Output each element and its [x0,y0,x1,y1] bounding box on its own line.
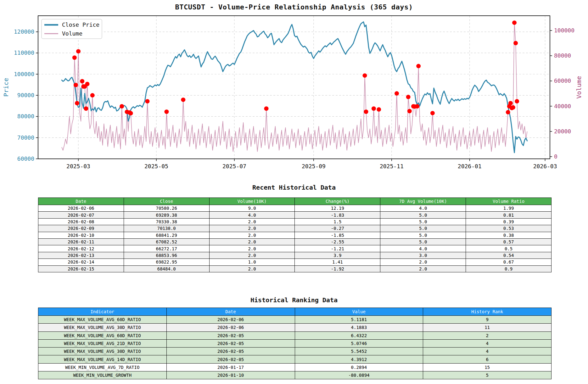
table-cell: 12.19 [295,205,380,212]
table-cell: 0.38 [466,232,552,238]
column-header: Volume(10K) [209,198,295,205]
anomaly-dot [181,97,185,102]
anomaly-dot [506,110,510,114]
table-cell: 2.0 [209,265,295,272]
x-tick-label: 2026-03 [533,163,557,170]
table-cell: 2026-02-06 [166,324,295,331]
table-header-row: DateCloseVolume(10K)Change(%)7D Avg Volu… [38,198,552,205]
table-cell: -1.21 [295,245,380,252]
anomaly-dot [80,79,84,83]
anomaly-dot [164,109,169,114]
table-cell: 67082.52 [124,238,209,245]
anomaly-dot [395,91,399,96]
x-tick-label: 2025-11 [380,163,404,170]
legend-label: Volume [62,30,82,37]
right-tick-label: 60000 [554,77,571,84]
column-header: Date [166,308,295,316]
table-cell: 2026-02-06 [166,316,295,324]
table-cell: 0.5 [466,245,552,252]
recent-data-table: DateCloseVolume(10K)Change(%)7D Avg Volu… [38,198,552,272]
table-cell: 1.5 [295,218,380,225]
table-cell: 9.0 [209,205,295,212]
table-cell: 68841.29 [124,232,209,238]
table-cell: 2026-02-05 [166,348,295,355]
ranking-table-title: Historical Ranking Data [0,296,588,304]
table-cell: 5.1181 [295,316,423,324]
anomaly-dot [84,106,88,111]
table-cell: 2026-02-05 [166,331,295,339]
table-row: 2026-02-1568484.02.0-1.922.00.9 [38,265,552,272]
anomaly-dot [90,93,95,97]
anomaly-dot [407,109,412,113]
table-row: WEEK_MIN_VOLUME_GROWTH2026-01-10-80.0894… [38,371,552,379]
table-cell: 70330.38 [124,218,209,225]
anomaly-dot [72,55,77,60]
table-cell: 2.0 [209,238,295,245]
left-tick-label: 90000 [17,92,34,98]
table-row: 2026-02-1266272.172.0-1.214.00.5 [38,245,552,252]
table-cell: 4.3912 [295,355,423,363]
table-cell: 69822.95 [124,259,209,265]
table-row: WEEK_MAX_VOLUME_AVG_21D_RATIO2026-02-055… [38,339,552,347]
right-tick-label: 80000 [554,52,571,59]
table-cell: 68853.96 [124,252,209,259]
table-cell: 0.2894 [295,363,423,371]
table-cell: 2026-02-05 [166,355,295,363]
table-cell: 0.57 [466,238,552,245]
table-cell: 9 [423,316,552,324]
table-cell: -1.83 [295,212,380,218]
table-cell: 4.0 [380,205,466,212]
table-cell: -80.0894 [295,371,423,379]
table-cell: 2.0 [209,232,295,238]
table-row: 2026-02-0769289.384.0-1.835.00.81 [38,212,552,218]
table-cell: 0.9 [466,265,552,272]
price-volume-chart: 6000070000800009000010000011000012000002… [0,0,588,179]
table-cell: 5.0746 [295,339,423,347]
column-header: History Rank [423,308,552,316]
table-row: 2026-02-0970138.02.0-0.275.00.53 [38,225,552,232]
anomaly-dot [508,101,513,105]
table-cell: WEEK_MIN_VOLUME_AVG_7D_RATIO [38,363,167,371]
table-cell: 2026-02-13 [38,252,124,259]
right-tick-label: 40000 [554,103,571,109]
table-row: 2026-02-1368853.962.03.93.00.54 [38,252,552,259]
table-cell: 4.0 [209,212,295,218]
anomaly-dot [513,41,518,45]
left-tick-label: 120000 [14,28,34,35]
table-cell: 5.0 [380,232,466,238]
table-cell: WEEK_MAX_VOLUME_AVG_60D_RATIO [38,316,167,324]
column-header: Value [295,308,423,316]
left-tick-label: 60000 [17,155,34,162]
table-row: WEEK_MIN_VOLUME_AVG_7D_RATIO2026-01-170.… [38,363,552,371]
table-cell: 66272.17 [124,245,209,252]
anomaly-dot [120,104,124,109]
table-cell: 5.5452 [295,348,423,355]
table-cell: WEEK_MAX_VOLUME_AVG_30D_RATIO [38,324,167,331]
table-cell: 2026-02-15 [38,265,124,272]
table-cell: 69289.38 [124,212,209,218]
table-cell: 0.81 [466,212,552,218]
anomaly-dot [511,105,515,110]
table-cell: 70580.26 [124,205,209,212]
table-cell: 5.0 [380,225,466,232]
table-cell: 0.53 [466,225,552,232]
table-row: WEEK_MAX_VOLUME_AVG_30D_RATIO2026-02-064… [38,324,552,331]
column-header: Change(%) [295,198,380,205]
table-cell: 2026-01-17 [166,363,295,371]
table-cell: 2 [423,331,552,339]
table-row: WEEK_MAX_VOLUME_AVG_60D_RATIO2026-02-065… [38,316,552,324]
table-cell: 2.0 [209,252,295,259]
left-tick-label: 110000 [14,49,34,56]
anomaly-dot [74,83,78,87]
x-tick-label: 2025-09 [302,163,326,170]
anomaly-dot [512,20,517,25]
table-cell: 5.0 [380,218,466,225]
anomaly-dot [264,106,269,111]
table-cell: 2026-02-11 [38,238,124,245]
table-cell: 2026-02-07 [38,212,124,218]
table-cell: 1.0 [209,259,295,265]
table-cell: 2.0 [209,225,295,232]
table-cell: 4 [423,348,552,355]
left-tick-label: 80000 [17,113,34,120]
right-tick-label: 100000 [554,27,574,34]
